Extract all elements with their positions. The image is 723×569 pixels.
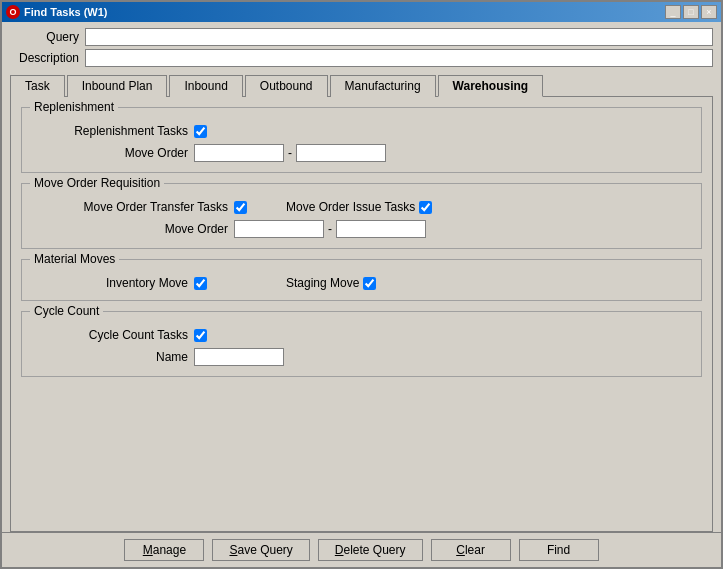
tabs-bar: Task Inbound Plan Inbound Outbound Manuf…	[2, 74, 721, 96]
replenishment-move-order-row: Move Order -	[34, 144, 689, 162]
description-label: Description	[10, 51, 85, 65]
material-moves-row: Inventory Move Staging Move	[34, 276, 689, 290]
tab-inbound-plan[interactable]: Inbound Plan	[67, 75, 168, 97]
cycle-count-tasks-label: Cycle Count Tasks	[34, 328, 194, 342]
replenishment-move-order-to[interactable]	[296, 144, 386, 162]
mor-dash: -	[328, 222, 332, 236]
save-query-button[interactable]: Save Query	[212, 539, 309, 561]
issue-tasks-checkbox-item	[419, 201, 435, 214]
find-button[interactable]: Find	[519, 539, 599, 561]
query-row: Query	[10, 28, 713, 46]
clear-button[interactable]: Clear	[431, 539, 511, 561]
tab-task[interactable]: Task	[10, 75, 65, 97]
description-input[interactable]	[85, 49, 713, 67]
cycle-count-section: Cycle Count Cycle Count Tasks Name	[21, 311, 702, 377]
window-title: Find Tasks (W1)	[24, 6, 665, 18]
tab-manufacturing[interactable]: Manufacturing	[330, 75, 436, 97]
cycle-count-tasks-checkbox[interactable]	[194, 329, 207, 342]
cycle-count-name-input[interactable]	[194, 348, 284, 366]
replenishment-tasks-checkbox-item	[194, 125, 210, 138]
replenishment-tasks-checkbox[interactable]	[194, 125, 207, 138]
replenishment-dash: -	[288, 146, 292, 160]
title-bar-buttons: _ □ ×	[665, 5, 717, 19]
move-order-requisition-title: Move Order Requisition	[30, 176, 164, 190]
material-moves-title: Material Moves	[30, 252, 119, 266]
title-bar: O Find Tasks (W1) _ □ ×	[2, 2, 721, 22]
cycle-count-name-row: Name	[34, 348, 689, 366]
form-area: Query Description	[2, 22, 721, 74]
mor-move-order-row: Move Order -	[34, 220, 689, 238]
transfer-issue-tasks-row: Move Order Transfer Tasks Move Order Iss…	[34, 200, 689, 214]
manage-button[interactable]: Manage	[124, 539, 204, 561]
mor-move-order-label: Move Order	[34, 222, 234, 236]
transfer-tasks-checkbox[interactable]	[234, 201, 247, 214]
replenishment-move-order-label: Move Order	[34, 146, 194, 160]
cycle-count-name-label: Name	[34, 350, 194, 364]
replenishment-move-order-from[interactable]	[194, 144, 284, 162]
staging-move-checkbox[interactable]	[363, 277, 376, 290]
bottom-bar: Manage Save Query Delete Query Clear Fin…	[2, 532, 721, 567]
staging-move-label: Staging Move	[286, 276, 359, 290]
inventory-move-checkbox[interactable]	[194, 277, 207, 290]
transfer-tasks-checkbox-item	[234, 201, 250, 214]
tab-inbound[interactable]: Inbound	[169, 75, 242, 97]
replenishment-tasks-label: Replenishment Tasks	[34, 124, 194, 138]
material-moves-section: Material Moves Inventory Move Staging Mo…	[21, 259, 702, 301]
move-order-requisition-section: Move Order Requisition Move Order Transf…	[21, 183, 702, 249]
inventory-move-checkbox-item	[194, 277, 210, 290]
issue-tasks-checkbox[interactable]	[419, 201, 432, 214]
mor-move-order-from[interactable]	[234, 220, 324, 238]
cycle-count-title: Cycle Count	[30, 304, 103, 318]
transfer-tasks-label: Move Order Transfer Tasks	[34, 200, 234, 214]
inventory-move-label: Inventory Move	[34, 276, 194, 290]
maximize-button[interactable]: □	[683, 5, 699, 19]
replenishment-tasks-row: Replenishment Tasks	[34, 124, 689, 138]
tab-warehousing[interactable]: Warehousing	[438, 75, 544, 97]
delete-query-button[interactable]: Delete Query	[318, 539, 423, 561]
replenishment-section: Replenishment Replenishment Tasks Move O…	[21, 107, 702, 173]
oracle-icon: O	[6, 5, 20, 19]
issue-tasks-label: Move Order Issue Tasks	[286, 200, 415, 214]
mor-move-order-to[interactable]	[336, 220, 426, 238]
tab-content-warehousing: Replenishment Replenishment Tasks Move O…	[10, 96, 713, 532]
replenishment-title: Replenishment	[30, 100, 118, 114]
description-row: Description	[10, 49, 713, 67]
query-label: Query	[10, 30, 85, 44]
minimize-button[interactable]: _	[665, 5, 681, 19]
tab-outbound[interactable]: Outbound	[245, 75, 328, 97]
close-button[interactable]: ×	[701, 5, 717, 19]
query-input[interactable]	[85, 28, 713, 46]
main-window: O Find Tasks (W1) _ □ × Query Descriptio…	[0, 0, 723, 569]
cycle-count-tasks-checkbox-item	[194, 329, 210, 342]
staging-move-checkbox-item	[363, 277, 379, 290]
cycle-count-tasks-row: Cycle Count Tasks	[34, 328, 689, 342]
